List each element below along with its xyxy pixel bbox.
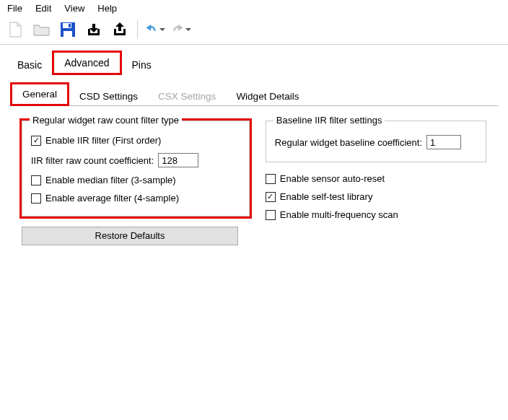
- inner-tabs-container: General CSD Settings CSX Settings Widget…: [10, 82, 498, 253]
- row-enable-average: Enable average filter (4-sample): [31, 189, 240, 207]
- export-icon[interactable]: [110, 19, 130, 40]
- redo-button[interactable]: [171, 19, 191, 40]
- right-column: Baseline IIR filter settings Regular wid…: [266, 113, 486, 245]
- left-column: Regular widget raw count filter type Ena…: [22, 113, 250, 245]
- menu-help[interactable]: Help: [93, 1, 121, 15]
- menubar: File Edit View Help: [0, 0, 508, 18]
- tab-basic[interactable]: Basic: [7, 55, 52, 75]
- chevron-down-icon[interactable]: [185, 28, 191, 31]
- chevron-down-icon[interactable]: [159, 28, 165, 31]
- page-body: Regular widget raw count filter type Ena…: [10, 106, 498, 253]
- checkbox-multi-freq[interactable]: [266, 210, 276, 220]
- row-auto-reset: Enable sensor auto-reset: [266, 170, 486, 188]
- primary-tabs: Basic Advanced Pins: [0, 45, 508, 75]
- inner-tab-csd[interactable]: CSD Settings: [69, 87, 148, 106]
- input-iir-coefficient[interactable]: [158, 153, 198, 167]
- import-icon[interactable]: [84, 19, 104, 40]
- checkbox-self-test[interactable]: [266, 192, 276, 202]
- group-raw-count-filter: Regular widget raw count filter type Ena…: [22, 121, 250, 216]
- row-enable-median: Enable median filter (3-sample): [31, 171, 240, 189]
- tab-pins[interactable]: Pins: [122, 55, 162, 75]
- svg-rect-2: [64, 31, 72, 37]
- group-title: Regular widget raw count filter type: [30, 115, 182, 126]
- menu-file[interactable]: File: [3, 1, 27, 15]
- new-file-icon[interactable]: [6, 19, 26, 40]
- inner-tab-csx: CSX Settings: [148, 87, 226, 106]
- group-title-baseline: Baseline IIR filter settings: [273, 115, 385, 126]
- row-iir-coefficient: IIR filter raw count coefficient:: [31, 149, 240, 171]
- svg-rect-3: [69, 24, 71, 27]
- label-baseline-coeff: Regular widget baseline coefficient:: [275, 137, 422, 148]
- checkbox-enable-median[interactable]: [31, 175, 41, 185]
- row-multi-freq: Enable multi-frequency scan: [266, 206, 486, 224]
- label-enable-average: Enable average filter (4-sample): [45, 193, 179, 204]
- checkbox-enable-iir[interactable]: [31, 136, 41, 146]
- toolbar: [0, 18, 508, 45]
- save-icon[interactable]: [58, 19, 78, 40]
- restore-defaults-button[interactable]: Restore Defaults: [22, 227, 238, 245]
- input-baseline-coeff[interactable]: [426, 135, 461, 149]
- label-auto-reset: Enable sensor auto-reset: [280, 173, 385, 184]
- checkbox-auto-reset[interactable]: [266, 174, 276, 184]
- tab-advanced[interactable]: Advanced: [52, 51, 121, 75]
- label-enable-iir: Enable IIR filter (First order): [45, 135, 161, 146]
- label-iir-coefficient: IIR filter raw count coefficient:: [31, 155, 154, 166]
- open-folder-icon[interactable]: [32, 19, 52, 40]
- menu-view[interactable]: View: [60, 1, 89, 15]
- inner-tab-general[interactable]: General: [10, 82, 69, 106]
- menu-edit[interactable]: Edit: [31, 1, 56, 15]
- undo-button[interactable]: [145, 19, 165, 40]
- inner-tab-widget-details[interactable]: Widget Details: [226, 87, 309, 106]
- toolbar-separator: [137, 20, 138, 39]
- inner-tabs: General CSD Settings CSX Settings Widget…: [10, 82, 498, 106]
- checkbox-enable-average[interactable]: [31, 193, 41, 204]
- row-self-test: Enable self-test library: [266, 188, 486, 206]
- label-multi-freq: Enable multi-frequency scan: [280, 209, 398, 220]
- group-baseline: Baseline IIR filter settings Regular wid…: [266, 121, 486, 162]
- row-enable-iir: Enable IIR filter (First order): [31, 131, 240, 149]
- row-baseline-coeff: Regular widget baseline coefficient:: [275, 131, 477, 153]
- label-enable-median: Enable median filter (3-sample): [45, 175, 176, 185]
- label-self-test: Enable self-test library: [280, 191, 373, 202]
